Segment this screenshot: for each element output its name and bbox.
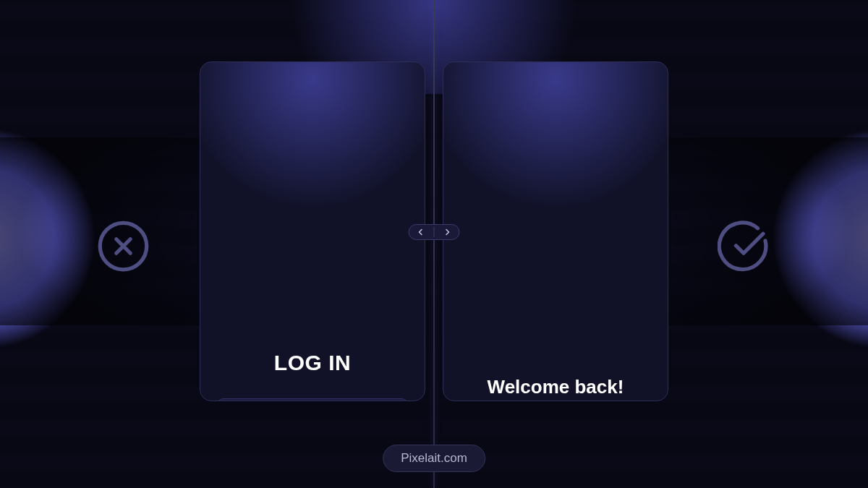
card-glow [200, 61, 425, 210]
card-title: Welcome back! [459, 376, 652, 398]
chevron-left-icon[interactable] [417, 228, 425, 236]
comparison-nav [409, 224, 460, 240]
login-card-bad: LOG IN LOG IN SIGN UP FORGOT PASSWORD [200, 61, 425, 401]
card-title: LOG IN [216, 351, 409, 375]
username-input[interactable] [216, 398, 409, 401]
card-glow [443, 61, 668, 210]
check-circle-icon [718, 219, 772, 273]
cross-circle-icon [96, 219, 150, 273]
login-card-good: Welcome back! forgot password Log in Don… [443, 61, 668, 401]
footer-brand[interactable]: Pixelait.com [383, 445, 485, 472]
nav-separator [434, 227, 435, 237]
chevron-right-icon[interactable] [443, 228, 452, 236]
